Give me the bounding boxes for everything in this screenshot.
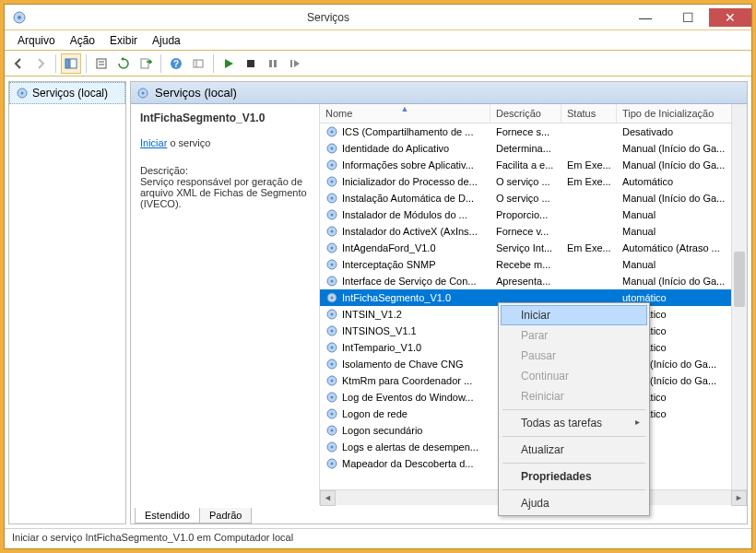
svg-rect-7 [141,59,148,68]
svg-point-41 [331,297,334,300]
ctx-ajuda[interactable]: Ajuda [501,493,647,513]
service-row[interactable]: Instalador do ActiveX (AxIns...Fornece v… [320,223,747,240]
separator [502,489,645,490]
scroll-right-arrow[interactable]: ► [731,490,747,506]
service-row[interactable]: ICS (Compartilhamento de ...Fornece s...… [320,124,747,140]
menu-exibir[interactable]: Exibir [102,32,145,49]
service-row[interactable]: Identidade do AplicativoDetermina...Manu… [320,140,747,157]
column-header-status[interactable]: Status [561,104,617,123]
svg-text:?: ? [173,59,179,69]
cell-name: Instalador de Módulos do ... [320,208,490,221]
window-title: Serviços [32,11,624,24]
svg-point-23 [331,147,334,150]
properties-button[interactable] [91,53,112,74]
svg-point-53 [331,396,334,399]
column-header-desc[interactable]: Descrição [490,104,561,123]
toolbar-misc-button[interactable] [188,53,208,74]
pane-header: Serviços (local) [131,82,747,104]
cell-name: Mapeador da Descoberta d... [320,457,490,470]
cell-name: INTSIN_V1.2 [320,308,490,321]
cell-name: IntAgendaFord_V1.0 [320,241,490,254]
ctx-iniciar[interactable]: Iniciar [501,305,647,325]
vertical-scrollbar[interactable] [731,104,747,489]
cell-startup: Manual [617,259,747,270]
service-row[interactable]: Interceptação SNMPRecebe m...Manual [320,256,747,273]
tab-padrao[interactable]: Padrão [199,508,252,524]
maximize-button[interactable]: ☐ [667,8,709,27]
separator [502,409,645,410]
svg-rect-12 [247,60,254,67]
svg-point-17 [21,92,24,95]
ctx-atualizar[interactable]: Atualizar [501,440,647,460]
status-bar: Iniciar o serviço IntFichaSegmento_V1.0 … [5,528,751,548]
separator [213,54,214,73]
pause-service-button[interactable] [263,53,283,74]
services-app-icon [12,10,27,25]
scroll-left-arrow[interactable]: ◄ [320,490,336,506]
cell-status: Em Exe... [561,159,617,171]
stop-service-button[interactable] [241,53,261,74]
svg-point-51 [331,380,334,382]
svg-rect-10 [194,60,203,67]
cell-startup: Automático (Atraso ... [617,242,747,253]
start-service-link[interactable]: Iniciar [140,137,167,148]
view-tabs: Estendido Padrão [131,505,747,524]
forward-button[interactable] [30,53,51,74]
column-header-name[interactable]: Nome▲ [320,104,490,123]
cell-name: Interceptação SNMP [320,258,490,271]
svg-point-59 [331,446,334,449]
cell-status: Em Exe... [561,242,617,253]
separator [160,54,161,73]
cell-name: Logon de rede [320,407,490,420]
service-row[interactable]: Inicializador do Processo de...O serviço… [320,173,747,190]
ctx-todas-tarefas[interactable]: Todas as tarefas [501,413,647,433]
start-service-button[interactable] [219,53,239,74]
right-pane: Serviços (local) IntFichaSegmento_V1.0 I… [130,81,748,524]
cell-desc: Fornece s... [490,126,561,137]
svg-point-55 [331,413,334,416]
svg-point-61 [331,463,334,465]
close-button[interactable]: ✕ [709,8,751,27]
menu-ajuda[interactable]: Ajuda [145,32,188,49]
tree-node-services-local[interactable]: Serviços (local) [9,82,125,104]
service-row[interactable]: Instalação Automática de D...O serviço .… [320,190,747,206]
cell-name: Interface de Serviço de Con... [320,275,490,288]
cell-startup: Manual (Início do Ga... [617,143,747,154]
svg-point-27 [331,181,334,183]
separator [86,54,87,73]
scroll-thumb[interactable] [734,252,745,307]
svg-point-39 [331,280,334,283]
column-header-startup[interactable]: Tipo de Inicialização [617,104,747,123]
cell-name: Instalador do ActiveX (AxIns... [320,225,490,238]
cell-name: Identidade do Aplicativo [320,142,490,155]
svg-point-33 [331,230,334,233]
action-suffix: o serviço [167,137,210,148]
service-row[interactable]: IntAgendaFord_V1.0Serviço Int...Em Exe..… [320,240,747,256]
service-row[interactable]: Informações sobre Aplicativ...Facilita a… [320,157,747,173]
cell-name: Logon secundário [320,424,490,437]
restart-service-button[interactable] [285,53,305,74]
svg-rect-4 [97,59,106,68]
menu-arquivo[interactable]: Arquivo [10,32,63,49]
service-row[interactable]: Interface de Serviço de Con...Apresenta.… [320,273,747,289]
export-button[interactable] [136,53,156,74]
tab-estendido[interactable]: Estendido [135,508,200,524]
service-row[interactable]: Instalador de Módulos do ...Proporcio...… [320,206,747,223]
help-button[interactable]: ? [166,53,186,74]
cell-name: Instalação Automática de D... [320,192,490,205]
refresh-button[interactable] [113,53,134,74]
cell-startup: Automático [617,176,747,187]
cell-desc: Determina... [490,143,561,154]
menu-acao[interactable]: Ação [63,32,102,49]
list-header-row: Nome▲ Descrição Status Tipo de Inicializ… [320,104,747,124]
show-hide-tree-button[interactable] [61,53,81,74]
ctx-pausar: Pausar [501,346,647,366]
minimize-button[interactable]: — [624,8,667,27]
ctx-propriedades[interactable]: Propriedades [501,466,647,487]
cell-desc: Fornece v... [490,226,561,237]
cell-desc: O serviço ... [490,193,561,204]
description-text: Serviço responsável por geração de arqui… [140,176,310,209]
back-button[interactable] [8,53,29,74]
cell-startup: Manual [617,226,747,237]
svg-point-47 [331,347,334,349]
